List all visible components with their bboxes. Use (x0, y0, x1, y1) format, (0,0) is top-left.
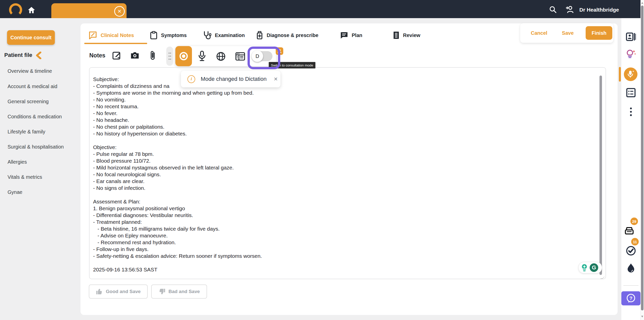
template-table-icon[interactable] (235, 52, 245, 61)
info-icon: i (187, 75, 195, 83)
more-options-button[interactable] (626, 107, 636, 117)
mode-changed-toast: i Mode changed to Dictation ✕ (181, 71, 280, 87)
patient-card-icon (626, 32, 636, 41)
kebab-menu-icon (630, 107, 632, 117)
grammarly-widget[interactable]: G (578, 262, 602, 273)
help-icon: ? (626, 293, 636, 304)
attach-paperclip-icon[interactable] (149, 50, 156, 61)
save-button[interactable]: Save (562, 30, 574, 36)
tab-label: Review (403, 32, 420, 38)
tab-label: Examination (215, 32, 245, 38)
ai-suggestions-button[interactable] (626, 49, 636, 59)
patient-file-title: Patient file (4, 52, 32, 58)
active-tool-indicator (619, 67, 621, 82)
forms-list-icon (626, 88, 636, 97)
plan-icon (340, 31, 348, 39)
microphone-icon[interactable] (198, 51, 206, 62)
finish-button[interactable]: Finish (586, 26, 612, 40)
pathology-button[interactable] (626, 263, 636, 273)
home-icon[interactable] (28, 7, 35, 14)
language-globe-icon[interactable] (216, 52, 226, 61)
help-button[interactable]: ? (621, 291, 640, 305)
record-ring-icon (179, 51, 189, 61)
dictation-mic-icon (626, 70, 635, 79)
patient-card-button[interactable] (626, 32, 636, 42)
sidebar-item-screening[interactable]: General screening (8, 97, 75, 106)
sidebar-item-account[interactable]: Account & medical aid (8, 82, 75, 91)
review-icon (393, 31, 399, 39)
mode-toggle-knob[interactable]: D (252, 50, 263, 62)
sidebar-item-overview[interactable]: Overview & timeline (8, 67, 75, 75)
svg-text:?: ? (629, 296, 632, 301)
print-queue-button[interactable] (624, 226, 634, 236)
rail-divider (623, 285, 638, 286)
tasks-badge: 11 (631, 238, 639, 245)
tab-examination[interactable]: Examination (203, 28, 245, 43)
app-logo-icon[interactable] (9, 3, 22, 16)
toast-message: Mode changed to Dictation (201, 76, 267, 82)
active-tab-underline (84, 43, 147, 44)
tab-review[interactable]: Review (393, 28, 420, 43)
bad-and-save-button[interactable]: Bad and Save (151, 285, 207, 299)
right-rail (621, 18, 640, 320)
sidebar-item-conditions[interactable]: Conditions & medication (8, 112, 75, 121)
scroll-down-arrow[interactable] (641, 316, 643, 317)
tab-plan[interactable]: Plan (340, 28, 362, 43)
page-scrollbar-thumb[interactable] (641, 6, 643, 310)
tab-clinical-notes[interactable]: Clinical Notes (89, 28, 134, 43)
drag-dots-icon (168, 52, 172, 60)
editor-scrollbar[interactable] (599, 76, 602, 275)
tab-label: Diagnose & prescribe (267, 32, 318, 38)
diagnose-prescribe-icon (256, 31, 263, 40)
search-icon[interactable] (549, 6, 557, 14)
cancel-button[interactable]: Cancel (531, 30, 547, 36)
collapse-chevron-icon[interactable] (35, 52, 42, 59)
tab-symptoms[interactable]: Symptoms (150, 28, 187, 43)
ai-bulb-icon (626, 49, 636, 60)
check-circle-icon (626, 245, 636, 256)
print-queue-badge: 29 (630, 218, 638, 225)
tab-label: Clinical Notes (101, 32, 134, 38)
forms-button[interactable] (626, 88, 636, 98)
examination-icon (203, 31, 211, 40)
grammarly-icon[interactable]: G (590, 263, 598, 272)
sidebar-item-lifestyle[interactable]: Lifestyle & family (8, 127, 75, 136)
user-name[interactable]: Dr Healthbridge (579, 7, 619, 13)
bad-and-save-label: Bad and Save (169, 289, 200, 294)
camera-icon[interactable] (130, 51, 139, 59)
app-root: ✕ Dr Healthbridge Continue consult Patie… (0, 0, 644, 320)
suggestion-bulb-icon[interactable] (581, 264, 588, 272)
dictation-active-button[interactable] (624, 67, 637, 81)
tab-label: Symptoms (161, 32, 187, 38)
continue-consult-button[interactable]: Continue consult (7, 30, 55, 45)
top-bar: ✕ Dr Healthbridge (0, 0, 640, 18)
notes-title: Notes (89, 52, 105, 59)
record-mode-button[interactable] (175, 46, 192, 66)
signature-pad-icon[interactable] (112, 51, 121, 60)
sidebar-item-vitals[interactable]: Vitals & metrics (8, 173, 75, 181)
consult-actions-card: Cancel Save Finish (520, 23, 613, 43)
sidebar-item-allergies[interactable]: Allergies (8, 158, 75, 166)
clinical-note-text[interactable]: Subjective: - Complaints of dizziness an… (93, 76, 571, 273)
toast-close-icon[interactable]: ✕ (274, 76, 278, 82)
add-patient-icon[interactable] (565, 6, 574, 14)
sidebar-item-gynae[interactable]: Gynae (8, 188, 75, 196)
scroll-up-arrow[interactable] (641, 2, 643, 4)
symptoms-icon (150, 31, 157, 40)
good-and-save-label: Good and Save (106, 289, 141, 294)
tasks-button[interactable] (626, 246, 636, 256)
drop-icon (627, 263, 635, 273)
sidebar-item-surgical[interactable]: Surgical & hospitalisation (8, 143, 75, 151)
toolbar-drag-handle[interactable] (166, 47, 173, 66)
clinical-notes-icon (89, 31, 97, 39)
consult-tab[interactable]: ✕ (51, 3, 127, 18)
thumb-up-icon (96, 288, 103, 295)
tab-label: Plan (352, 32, 362, 38)
good-and-save-button[interactable]: Good and Save (89, 285, 148, 299)
printer-icon (624, 226, 634, 236)
thumb-down-icon (158, 288, 166, 295)
tab-diagnose[interactable]: Diagnose & prescribe (256, 28, 318, 43)
tab-close-icon[interactable]: ✕ (114, 6, 125, 17)
